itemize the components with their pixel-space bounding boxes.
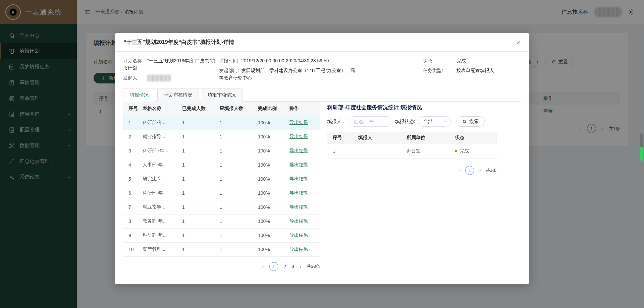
cell-completed: 1	[182, 172, 220, 186]
cell-no: 5	[123, 172, 143, 186]
form-detail-panel: 科研部-年度社会服务情况统计 填报情况 填报人： 填报状态: 全部 搜索	[327, 102, 497, 271]
forms-panel: 序号 表格名称 已完成人数 应填报人数 完成比例 操作 1科研部-年...111…	[123, 102, 320, 271]
cell-form-name: 资产管理...	[143, 242, 182, 256]
cell-form-name: 人事部-年...	[143, 158, 182, 172]
status-badge: 完成	[460, 148, 469, 154]
cell-completed: 1	[182, 214, 220, 228]
plan-info-section: 计划名称:“十三五”规划2019年度“白皮书”填报计划 发起人: 填报时间:20…	[115, 52, 529, 85]
next-page-icon[interactable]: ›	[479, 167, 481, 173]
plan-name-label: 计划名称:	[123, 57, 147, 64]
close-icon[interactable]: ×	[516, 39, 520, 46]
initiator-field: 发起人:	[123, 74, 219, 81]
fillers-pagination: ‹ 1 › 共1条	[327, 166, 497, 175]
cell-form-name: 研究生院-...	[143, 172, 182, 186]
modal-header: “十三五”规划2019年度“白皮书”填报计划-详情 ×	[115, 33, 529, 52]
cell-unit: 办公室	[407, 144, 455, 158]
table-row[interactable]: 1科研部-年...11100%导出结果	[123, 116, 320, 130]
cell-form-name: 科研部-年...	[143, 186, 182, 200]
cell-ratio: 100%	[258, 130, 289, 144]
export-results-link[interactable]: 导出结果	[289, 204, 308, 209]
cell-required: 1	[220, 158, 258, 172]
export-results-link[interactable]: 导出结果	[289, 120, 308, 125]
table-row[interactable]: 3科研部 -年...11100%导出结果	[123, 144, 320, 158]
modal-title: “十三五”规划2019年度“白皮书”填报计划-详情	[124, 39, 234, 46]
prev-page-icon[interactable]: ‹	[459, 167, 461, 173]
status-dot-icon	[455, 150, 457, 152]
initiator-label: 发起人:	[123, 74, 147, 81]
cell-completed: 1	[182, 158, 220, 172]
report-time-label: 填报时间:	[219, 57, 241, 64]
tab-report-status[interactable]: 填报情况	[123, 88, 155, 102]
export-results-link[interactable]: 导出结果	[289, 246, 308, 252]
col-filler: 填报人	[358, 132, 407, 144]
cell-no: 4	[123, 158, 143, 172]
page-number-3[interactable]: 3	[291, 264, 294, 269]
total-count: 共28条	[307, 263, 320, 269]
page-number-1[interactable]: 1	[465, 166, 474, 175]
filler-search-button[interactable]: 搜索	[456, 116, 485, 127]
tab-report-audit-status[interactable]: 填报审核情况	[201, 88, 243, 102]
initiating-dept-value-line2: 等教育研究中心	[219, 74, 423, 81]
cell-completed: 1	[182, 116, 220, 130]
total-count: 共1条	[486, 167, 497, 173]
info-col-1: 计划名称:“十三五”规划2019年度“白皮书”填报计划 发起人:	[123, 57, 219, 84]
cell-required: 1	[220, 186, 258, 200]
col-form-name: 表格名称	[143, 102, 182, 116]
export-results-link[interactable]: 导出结果	[289, 232, 308, 238]
export-results-link[interactable]: 导出结果	[289, 218, 308, 224]
table-row[interactable]: 1 办公室 完成	[327, 144, 497, 158]
cell-form-name: 教务部-年...	[143, 214, 182, 228]
filler-name-input[interactable]	[349, 116, 392, 127]
form-detail-filters: 填报人： 填报状态: 全部 搜索	[327, 116, 497, 127]
page-number-2[interactable]: 2	[284, 264, 286, 269]
cell-form-name: 科研部 -年...	[143, 144, 182, 158]
cell-no: 3	[123, 144, 143, 158]
page-number-1[interactable]: 1	[269, 262, 278, 271]
export-results-link[interactable]: 导出结果	[289, 190, 308, 195]
cell-ratio: 100%	[258, 228, 289, 242]
cell-no: 6	[123, 186, 143, 200]
table-row[interactable]: 5研究生院-...11100%导出结果	[123, 172, 320, 186]
initiating-dept-value-line1: 发展规划部、学科建设办公室（“211工程”办公室）、高	[241, 68, 355, 73]
forms-table: 序号 表格名称 已完成人数 应填报人数 完成比例 操作 1科研部-年...111…	[123, 102, 320, 257]
cell-no: 1	[327, 144, 358, 158]
table-row[interactable]: 10资产管理...11100%导出结果	[123, 242, 320, 256]
report-status-select[interactable]: 全部	[418, 116, 451, 127]
cell-ratio: 100%	[258, 186, 289, 200]
chevron-down-icon	[442, 119, 447, 124]
col-unit: 所属单位	[407, 132, 455, 144]
tab-plan-audit-status[interactable]: 计划审核情况	[157, 88, 199, 102]
cell-ratio: 100%	[258, 214, 289, 228]
prev-page-icon[interactable]: ‹	[262, 263, 264, 269]
report-status-label: 填报状态:	[395, 119, 415, 125]
export-results-link[interactable]: 导出结果	[289, 148, 308, 153]
next-page-icon[interactable]: ›	[300, 263, 301, 269]
cell-required: 1	[220, 130, 258, 144]
table-row[interactable]: 9科研部-年...11100%导出结果	[123, 228, 320, 242]
fillers-table: 序号 填报人 所属单位 状态 1 办公室 完成	[327, 132, 497, 159]
detail-tabs: 填报情况 计划审核情况 填报审核情况	[123, 88, 521, 102]
col-completed: 已完成人数	[182, 102, 220, 116]
table-row[interactable]: 7就业指导...11100%导出结果	[123, 200, 320, 214]
col-no: 序号	[123, 102, 143, 116]
forms-pagination: ‹ 1 2 3 › 共28条	[123, 262, 320, 271]
cell-required: 1	[220, 242, 258, 256]
export-results-link[interactable]: 导出结果	[289, 134, 308, 139]
table-row[interactable]: 8教务部-年...11100%导出结果	[123, 214, 320, 228]
cell-no: 10	[123, 242, 143, 256]
table-row[interactable]: 2就业指导...11100%导出结果	[123, 130, 320, 144]
export-results-link[interactable]: 导出结果	[289, 176, 308, 181]
cell-ratio: 100%	[258, 172, 289, 186]
table-row[interactable]: 6科研部-年...11100%导出结果	[123, 186, 320, 200]
cell-ratio: 100%	[258, 242, 289, 256]
cell-no: 9	[123, 228, 143, 242]
export-results-link[interactable]: 导出结果	[289, 162, 308, 167]
cell-no: 7	[123, 200, 143, 214]
table-row[interactable]: 4人事部-年...11100%导出结果	[123, 158, 320, 172]
page-scrollbar-thumb[interactable]	[640, 133, 643, 161]
cell-form-name: 科研部-年...	[143, 116, 182, 130]
report-time-field: 填报时间:2019/12/20 00:00:00-2020/04/30 23:5…	[219, 57, 423, 64]
filler-label: 填报人：	[327, 119, 346, 125]
forms-table-header: 序号 表格名称 已完成人数 应填报人数 完成比例 操作	[123, 102, 320, 116]
task-type-value: 按表单配置填报人	[457, 68, 494, 73]
